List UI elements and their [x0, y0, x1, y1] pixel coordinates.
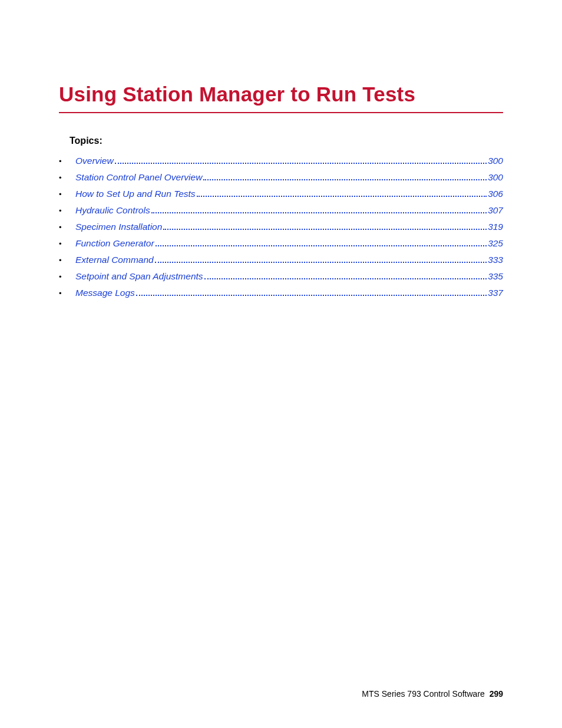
bullet-icon: •: [59, 256, 62, 265]
topics-heading: Topics:: [70, 136, 503, 146]
toc-page: 333: [488, 255, 503, 265]
toc-page: 300: [488, 156, 503, 166]
toc-entry-external-command[interactable]: • External Command 333: [59, 255, 503, 265]
bullet-icon: •: [59, 223, 62, 232]
bullet-icon: •: [59, 206, 62, 215]
toc-entry-specimen-installation[interactable]: • Specimen Installation 319: [59, 222, 503, 232]
footer-doc-title: MTS Series 793 Control Software: [362, 689, 485, 699]
toc-label: Function Generator: [75, 238, 154, 249]
toc-label: How to Set Up and Run Tests: [75, 189, 196, 199]
bullet-icon: •: [59, 173, 62, 182]
toc-label: Station Control Panel Overview: [75, 172, 202, 183]
topics-list: • Overview 300 • Station Control Panel O…: [59, 156, 503, 298]
toc-label: Message Logs: [75, 288, 135, 298]
toc-entry-function-generator[interactable]: • Function Generator 325: [59, 238, 503, 249]
toc-entry-how-to-set-up-and-run-tests[interactable]: • How to Set Up and Run Tests 306: [59, 189, 503, 199]
toc-leader: [197, 196, 487, 197]
toc-leader: [115, 163, 487, 164]
toc-page: 307: [488, 205, 503, 216]
toc-page: 300: [488, 172, 503, 183]
chapter-title: Using Station Manager to Run Tests: [59, 83, 503, 113]
toc-page: 337: [488, 288, 503, 298]
toc-page: 335: [488, 271, 503, 282]
toc-label: Specimen Installation: [75, 222, 162, 232]
toc-entry-message-logs[interactable]: • Message Logs 337: [59, 288, 503, 298]
document-page: Using Station Manager to Run Tests Topic…: [0, 0, 562, 298]
toc-leader: [203, 179, 487, 180]
toc-page: 306: [488, 189, 503, 199]
toc-label: Hydraulic Controls: [75, 205, 150, 216]
toc-leader: [156, 245, 487, 246]
toc-page: 319: [488, 222, 503, 232]
toc-leader: [204, 278, 487, 279]
bullet-icon: •: [59, 157, 62, 166]
toc-label: Overview: [75, 156, 114, 166]
toc-leader: [136, 295, 487, 296]
footer-page-number: 299: [490, 689, 503, 699]
bullet-icon: •: [59, 190, 62, 199]
bullet-icon: •: [59, 239, 62, 248]
toc-entry-station-control-panel-overview[interactable]: • Station Control Panel Overview 300: [59, 172, 503, 183]
toc-label: Setpoint and Span Adjustments: [75, 271, 203, 282]
toc-entry-hydraulic-controls[interactable]: • Hydraulic Controls 307: [59, 205, 503, 216]
toc-entry-setpoint-and-span-adjustments[interactable]: • Setpoint and Span Adjustments 335: [59, 271, 503, 282]
bullet-icon: •: [59, 289, 62, 298]
toc-entry-overview[interactable]: • Overview 300: [59, 156, 503, 166]
toc-page: 325: [488, 238, 503, 249]
bullet-icon: •: [59, 272, 62, 281]
toc-label: External Command: [75, 255, 154, 265]
page-footer: MTS Series 793 Control Software 299: [362, 689, 503, 699]
toc-leader: [155, 262, 487, 263]
toc-leader: [151, 212, 487, 213]
toc-leader: [163, 229, 487, 230]
